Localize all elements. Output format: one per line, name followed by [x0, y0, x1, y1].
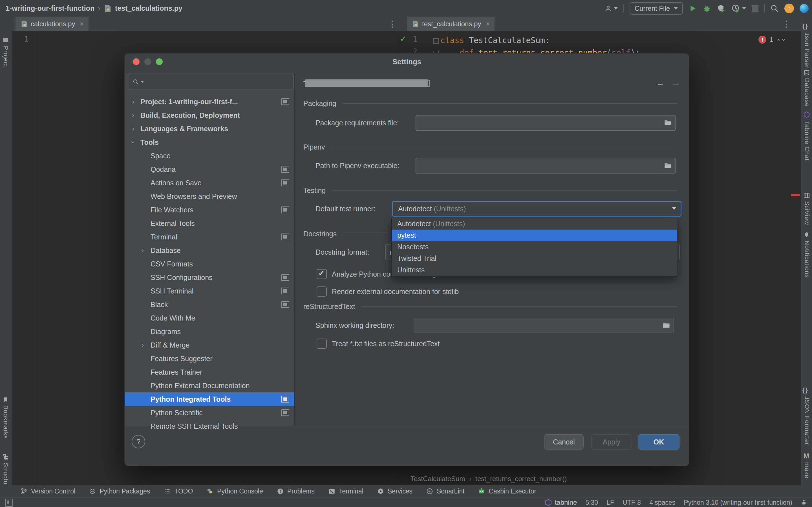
run-with-coverage-button[interactable]: [717, 4, 726, 13]
pipenv-path-field[interactable]: [416, 158, 675, 173]
dropdown-option-autodetect[interactable]: Autodetect (Unittests): [392, 218, 677, 230]
debug-button[interactable]: [703, 4, 711, 13]
settings-tree-item-features-suggester[interactable]: Features Suggester: [124, 352, 294, 365]
tool-services[interactable]: Services: [377, 488, 412, 495]
profiler-button[interactable]: [731, 4, 746, 13]
settings-tree-item-qodana[interactable]: Qodana: [124, 163, 294, 176]
render-stdlib-checkbox[interactable]: [317, 286, 327, 297]
tool-sonarlint[interactable]: SonarLint: [426, 488, 464, 495]
cursor-position[interactable]: 5:30: [585, 499, 598, 506]
database-icon[interactable]: [803, 69, 810, 76]
braces-icon[interactable]: { }: [802, 22, 808, 30]
tool-window-button-database[interactable]: Database: [803, 78, 811, 107]
dropdown-option-twisted-trial[interactable]: Twisted Trial: [392, 252, 677, 264]
tabnine-icon[interactable]: [803, 111, 810, 118]
close-icon[interactable]: ×: [80, 20, 84, 28]
file-encoding[interactable]: UTF-8: [622, 499, 641, 506]
tool-window-button-tabnine-chat[interactable]: Tabnine Chat: [803, 121, 811, 161]
test-passed-gutter-icon[interactable]: ✓: [400, 34, 406, 44]
chevron-right-icon[interactable]: ›: [132, 122, 134, 135]
structure-icon[interactable]: [2, 454, 9, 460]
tool-window-button-sciview[interactable]: SciView: [803, 201, 811, 225]
tool-todo[interactable]: TODO: [163, 488, 193, 495]
tool-casbin-executor[interactable]: Casbin Executor: [478, 488, 536, 495]
next-error-icon[interactable]: ›: [779, 39, 788, 41]
tab-calculations[interactable]: calculations.py ×: [15, 17, 89, 31]
chevron-right-icon[interactable]: ›: [132, 108, 134, 122]
back-button[interactable]: ←: [656, 78, 665, 88]
sidebar-item-project[interactable]: [2, 36, 9, 43]
dropdown-option-pytest[interactable]: pytest: [392, 230, 677, 241]
tool-terminal[interactable]: Terminal: [328, 488, 363, 495]
more-tabs-icon[interactable]: ⋮: [782, 19, 791, 29]
bookmark-icon[interactable]: [2, 396, 9, 403]
folder-icon[interactable]: [664, 119, 672, 126]
python-interpreter[interactable]: Python 3.10 (writing-our-first-function): [684, 499, 792, 506]
update-button[interactable]: ↑: [784, 4, 794, 13]
test-runner-select[interactable]: Autodetect (Unittests): [392, 201, 681, 217]
treat-txt-checkbox[interactable]: [317, 339, 327, 349]
settings-tree-item-external-tools[interactable]: External Tools: [124, 217, 294, 230]
tool-window-switcher-icon[interactable]: [5, 499, 13, 507]
settings-tree-item-space[interactable]: Space: [124, 149, 294, 163]
sphinx-directory-field[interactable]: [414, 318, 674, 333]
settings-tree-item-build-execution-deployment[interactable]: ›Build, Execution, Deployment: [124, 108, 294, 122]
folder-icon[interactable]: [662, 322, 670, 328]
m-icon[interactable]: M: [804, 452, 809, 460]
tool-window-button-project[interactable]: Project: [2, 46, 9, 67]
help-button[interactable]: ?: [132, 435, 145, 448]
indent-setting[interactable]: 4 spaces: [649, 499, 675, 506]
settings-search[interactable]: [129, 74, 294, 90]
settings-tree-item-ssh-terminal[interactable]: SSH Terminal: [124, 284, 294, 298]
settings-tree-item-black[interactable]: Black: [124, 298, 294, 311]
tab-test-calculations[interactable]: test_calculations.py ×: [407, 17, 495, 31]
chevron-down-icon[interactable]: ›: [126, 141, 140, 144]
chevron-right-icon[interactable]: ›: [142, 244, 144, 257]
line-separator[interactable]: LF: [606, 499, 614, 506]
analyze-docstrings-checkbox[interactable]: [317, 269, 327, 279]
dropdown-option-nosetests[interactable]: Nosetests: [392, 241, 677, 252]
settings-tree-item-project-1-writing-our-first-f[interactable]: ›Project: 1-writing-our-first-f...: [124, 95, 294, 108]
tool-problems[interactable]: Problems: [276, 488, 315, 495]
settings-tree-item-terminal[interactable]: Terminal: [124, 230, 294, 244]
chevron-right-icon[interactable]: ›: [142, 338, 144, 352]
tool-window-button-notifications[interactable]: Notifications: [803, 240, 811, 278]
tabnine-status[interactable]: tabnine: [545, 499, 577, 506]
breadcrumb-method[interactable]: test_returns_correct_number(): [475, 475, 567, 483]
settings-tree-item-file-watchers[interactable]: File Watchers: [124, 203, 294, 217]
breadcrumb-class[interactable]: TestCalculateSum: [410, 475, 465, 483]
ide-sphere-icon[interactable]: [800, 4, 809, 13]
settings-tree-item-python-external-documentation[interactable]: Python External Documentation: [124, 379, 294, 392]
settings-tree-item-python-scientific[interactable]: Python Scientific: [124, 406, 294, 419]
settings-tree-item-csv-formats[interactable]: CSV Formats: [124, 257, 294, 271]
inspections-widget[interactable]: ! 1 › ›: [758, 35, 785, 45]
tool-python-console[interactable]: Python Console: [206, 488, 263, 495]
settings-tree-item-database[interactable]: ›Database: [124, 244, 294, 257]
tool-window-button-json-formatter[interactable]: JSON Formatter: [803, 396, 811, 445]
ok-button[interactable]: OK: [638, 434, 679, 450]
tool-window-button-json-parser[interactable]: Json Parser: [803, 33, 811, 68]
close-icon[interactable]: ×: [486, 20, 490, 28]
code-line[interactable]: class TestCalculateSum:: [441, 34, 640, 47]
unlocked-icon[interactable]: [801, 499, 808, 506]
user-account-button[interactable]: [604, 4, 618, 12]
settings-tree-item-web-browsers-and-preview[interactable]: Web Browsers and Preview: [124, 189, 294, 203]
tool-window-button-make[interactable]: make: [803, 462, 811, 478]
settings-tree-item-python-integrated-tools[interactable]: Python Integrated Tools: [124, 392, 294, 406]
search-input[interactable]: [146, 75, 283, 87]
settings-tree-item-diagrams[interactable]: Diagrams: [124, 325, 294, 338]
run-configuration-select[interactable]: Current File: [629, 2, 683, 15]
search-everywhere-button[interactable]: [770, 4, 779, 13]
run-button[interactable]: [689, 4, 697, 13]
tool-version-control[interactable]: Version Control: [20, 488, 75, 495]
fold-marker-icon[interactable]: [433, 38, 439, 44]
settings-tree-item-ssh-configurations[interactable]: SSH Configurations: [124, 271, 294, 284]
folder-icon[interactable]: [664, 162, 672, 169]
package-requirements-field[interactable]: [416, 115, 675, 131]
cancel-button[interactable]: Cancel: [544, 434, 583, 450]
dropdown-option-unittests[interactable]: Unittests: [392, 264, 677, 276]
settings-tree-item-tools[interactable]: ›Tools: [124, 135, 294, 149]
search-history-icon[interactable]: [141, 81, 144, 83]
more-tabs-icon[interactable]: ⋮: [389, 19, 397, 29]
settings-tree-item-diff-merge[interactable]: ›Diff & Merge: [124, 338, 294, 352]
